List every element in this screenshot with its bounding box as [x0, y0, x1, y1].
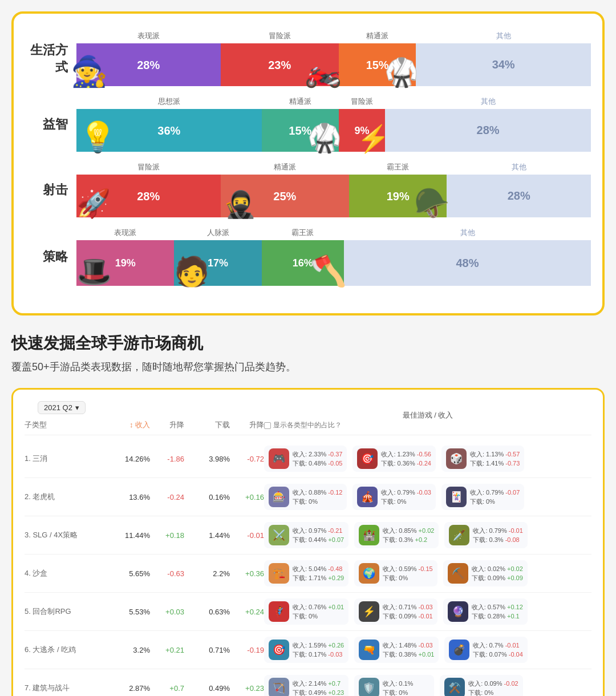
shoot-labels: 冒险派 精通派 霸王派 其他: [76, 162, 591, 172]
quarter-badge[interactable]: 2021 Q2 ▾: [38, 401, 86, 414]
row-download: 0.71%: [184, 646, 230, 654]
game-icon: ⚒️: [444, 678, 465, 696]
puzzle-seg1: 36% 💡: [76, 109, 262, 152]
shoot-label: 射击: [25, 181, 76, 199]
puzzle-label: 益智: [25, 116, 76, 133]
game-icon: 🎯: [357, 448, 378, 469]
row-rise2: +0.36: [230, 569, 264, 578]
shoot-seg1: 28% 🚀: [76, 175, 221, 217]
game-stats: 收入: 5.04% -0.48下载: 1.71% +0.29: [293, 564, 344, 583]
game-stats: 收入: 0.97% -0.21下载: 0.44% +0.07: [293, 526, 344, 545]
show-ratio-label: 显示各类型中的占比？: [264, 420, 591, 430]
strategy-bar: 19% 🎩 17% 🧑 16% 🪓 48%: [76, 240, 591, 286]
shoot-bar-container: 冒险派 精通派 霸王派 其他 28% 🚀 25% 🥷: [76, 162, 591, 217]
row-rise2: -0.19: [230, 646, 264, 654]
game-entry: 🎯 收入: 1.59% +0.26下载: 0.17% -0.03: [264, 637, 348, 663]
dropdown-icon: ▾: [75, 403, 79, 412]
table-row: 6. 大逃杀 / 吃鸡 3.2% +0.21 0.71% -0.19 🎯 收入:…: [25, 631, 591, 669]
lifestyle-seg3: 15% 🥋: [339, 43, 416, 86]
lifestyle-bar-container: 表现派 冒险派 精通派 其他 28% 🧙 23% 🏍️: [76, 31, 591, 86]
show-ratio-checkbox[interactable]: [264, 422, 271, 429]
game-stats: 收入: 0.02% +0.02下载: 0.09% +0.09: [472, 564, 523, 583]
row-revenue: 11.44%: [99, 531, 150, 540]
game-icon: 🔮: [448, 601, 468, 622]
puzzle-labels: 思想派 精通派 冒险派 其他: [76, 96, 591, 107]
game-entry: 🦸 收入: 0.76% +0.01下载: 0%: [264, 598, 348, 625]
game-entry: 🌍 收入: 0.59% -0.15下载: 0%: [354, 560, 437, 586]
show-ratio-text: 显示各类型中的占比？: [273, 420, 342, 430]
game-stats: 收入: 0.7% -0.01下载: 0.07% -0.04: [473, 641, 522, 659]
revenue-header: 收入: [135, 420, 150, 429]
table-body: 1. 三消 14.26% -1.86 3.98% -0.72 🎮 收入: 2.3…: [25, 440, 591, 696]
row-revenue: 13.6%: [99, 493, 150, 501]
game-stats: 收入: 0.57% +0.12下载: 0.28% +0.1: [472, 602, 523, 621]
shoot-label3: 霸王派: [349, 162, 447, 172]
row-games: 🏹 收入: 2.14% +0.7下载: 0.49% +0.23 🛡️ 收入: 0…: [264, 675, 591, 696]
row-rise1: -1.86: [150, 455, 184, 463]
game-stats: 收入: 0.79% -0.01下载: 0.3% -0.08: [473, 526, 522, 545]
col-header-games: 最佳游戏 / 收入 显示各类型中的占比？: [264, 410, 591, 430]
row-rise2: +0.23: [230, 684, 264, 693]
strategy-seg4: 48%: [344, 240, 591, 286]
strategy-labels: 表现派 人脉派 霸王派 其他: [76, 228, 591, 238]
game-stats: 收入: 1.23% -0.56下载: 0.36% -0.24: [381, 450, 431, 468]
game-entry: 🎯 收入: 1.23% -0.56下载: 0.36% -0.24: [352, 446, 435, 472]
row-subtype: 3. SLG / 4X策略: [25, 530, 99, 540]
row-subtype: 5. 回合制RPG: [25, 606, 99, 617]
puzzle-bar: 36% 💡 15% 🥋 9% ⚡ 28%: [76, 109, 591, 152]
label-other: 其他: [416, 31, 591, 41]
lifestyle-seg1: 28% 🧙: [76, 43, 221, 86]
row-revenue: 5.53%: [99, 608, 150, 616]
game-icon: 🏹: [269, 678, 289, 696]
row-games: ⚔️ 收入: 0.97% -0.21下载: 0.44% +0.07 🏰 收入: …: [264, 522, 591, 548]
puzzle-label3: 冒险派: [339, 96, 385, 107]
row-games: 🎯 收入: 1.59% +0.26下载: 0.17% -0.03 🔫 收入: 1…: [264, 637, 591, 663]
label-expressive: 表现派: [76, 31, 221, 41]
shoot-seg4: 28%: [447, 175, 591, 217]
game-entry: ⚒️ 收入: 0.09% -0.02下载: 0%: [440, 675, 522, 696]
row-download: 1.44%: [184, 531, 230, 540]
game-icon: 🔫: [359, 640, 379, 660]
puzzle-seg2: 15% 🥋: [262, 109, 339, 152]
game-entry: 🏗️ 收入: 5.04% -0.48下载: 1.71% +0.29: [264, 560, 348, 586]
table-row: 2. 老虎机 13.6% -0.24 0.16% +0.16 🎰 收入: 0.8…: [25, 478, 591, 516]
shoot-label1: 冒险派: [76, 162, 221, 172]
game-stats: 收入: 0.85% +0.02下载: 0.3% +0.2: [383, 526, 434, 545]
game-stats: 收入: 1.48% -0.03下载: 0.38% +0.01: [383, 641, 434, 659]
shoot-row: 射击 冒险派 精通派 霸王派 其他 28% 🚀: [25, 162, 591, 217]
row-rise2: +0.16: [230, 493, 264, 501]
puzzle-seg4: 28%: [385, 109, 591, 152]
game-entry: 💣 收入: 0.7% -0.01下载: 0.07% -0.04: [444, 637, 527, 663]
row-subtype: 2. 老虎机: [25, 492, 99, 502]
row-download: 0.49%: [184, 684, 230, 693]
col-header-rise1: 升降: [150, 420, 184, 430]
row-download: 0.16%: [184, 493, 230, 501]
game-icon: 🦸: [269, 601, 289, 622]
game-icon: 💣: [449, 640, 469, 660]
puzzle-label2: 精通派: [262, 96, 339, 107]
game-entry: 🏹 收入: 2.14% +0.7下载: 0.49% +0.23: [264, 675, 348, 696]
game-entry: ⚔️ 收入: 0.97% -0.21下载: 0.44% +0.07: [264, 522, 348, 548]
strategy-bar-container: 表现派 人脉派 霸王派 其他 19% 🎩 17% 🧑: [76, 228, 591, 286]
row-games: 🏗️ 收入: 5.04% -0.48下载: 1.71% +0.29 🌍 收入: …: [264, 560, 591, 586]
game-stats: 收入: 0.09% -0.02下载: 0%: [468, 679, 518, 697]
game-stats: 收入: 2.14% +0.7下载: 0.49% +0.23: [293, 679, 344, 697]
table-row: 4. 沙盒 5.65% -0.63 2.2% +0.36 🏗️ 收入: 5.04…: [25, 555, 591, 593]
quarter-text: 2021 Q2: [44, 403, 72, 412]
col-header-download: 下载: [184, 420, 230, 430]
lifestyle-bar: 28% 🧙 23% 🏍️ 15% 🥋 34%: [76, 43, 591, 86]
table-row: 7. 建筑与战斗 2.87% +0.7 0.49% +0.23 🏹 收入: 2.…: [25, 669, 591, 696]
row-rise1: +0.21: [150, 646, 184, 654]
lifestyle-section: 生活方式 表现派 冒险派 精通派 其他 28% 🧙: [25, 31, 591, 86]
strategy-label1: 表现派: [76, 228, 174, 238]
game-entry: 🎲 收入: 1.13% -0.57下载: 1.41% -0.73: [441, 446, 524, 472]
game-icon: 🎯: [269, 640, 289, 660]
game-icon: ⚡: [359, 601, 379, 622]
game-icon: 🎲: [446, 448, 467, 469]
game-stats: 收入: 0.59% -0.15下载: 0%: [383, 564, 432, 583]
subtype-header: 子类型: [25, 420, 99, 430]
puzzle-bar-container: 思想派 精通派 冒险派 其他 36% 💡 15% 🥋: [76, 96, 591, 152]
game-stats: 收入: 0.88% -0.12下载: 0%: [293, 488, 342, 507]
game-entry: ⛏️ 收入: 0.02% +0.02下载: 0.09% +0.09: [443, 560, 528, 586]
strategy-label: 策略: [25, 248, 76, 265]
